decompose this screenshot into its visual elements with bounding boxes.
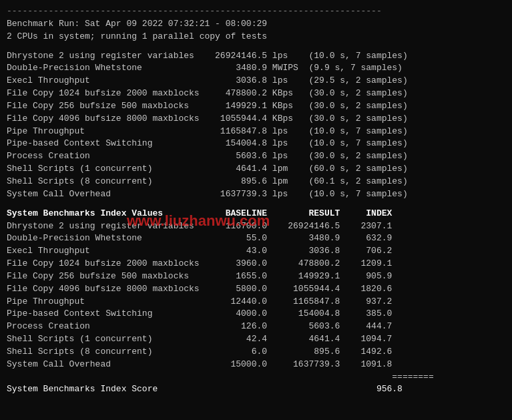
result-row: Double-Precision Whetstone 3480.9 MWIPS … (7, 62, 505, 75)
index-table-row: File Copy 4096 bufsize 8000 maxblocks 58… (7, 283, 505, 296)
index-table-row: Shell Scripts (1 concurrent) 42.4 4641.4… (7, 333, 505, 346)
index-table-row: Execl Throughput 43.0 3036.8 706.2 (7, 245, 505, 258)
benchmark-run-line: Benchmark Run: Sat Apr 09 2022 07:32:21 … (7, 18, 505, 31)
equals-separator: ======== (7, 371, 505, 384)
results-section: Dhrystone 2 using register variables 269… (7, 50, 505, 201)
benchmark-score-line: System Benchmarks Index Score 956.8 (7, 383, 505, 396)
index-table-row: Pipe Throughput 12440.0 1165847.8 937.2 (7, 296, 505, 308)
result-row: Execl Throughput 3036.8 lps (29.5 s, 2 s… (7, 75, 505, 87)
result-row: File Copy 4096 bufsize 8000 maxblocks 10… (7, 113, 505, 126)
result-row: Shell Scripts (8 concurrent) 895.6 lpm (… (7, 176, 505, 188)
result-row: Dhrystone 2 using register variables 269… (7, 50, 505, 63)
result-row: Pipe-based Context Switching 154004.8 lp… (7, 138, 505, 150)
index-table-row: Double-Precision Whetstone 55.0 3480.9 6… (7, 232, 505, 245)
index-table-row: System Call Overhead 15000.0 1637739.3 1… (7, 359, 505, 371)
result-row: Shell Scripts (1 concurrent) 4641.4 lpm … (7, 163, 505, 176)
separator-line: ----------------------------------------… (7, 5, 505, 18)
result-row: File Copy 256 bufsize 500 maxblocks 1499… (7, 100, 505, 113)
index-table-row: File Copy 256 bufsize 500 maxblocks 1655… (7, 270, 505, 283)
result-row: Pipe Throughput 1165847.8 lps (10.0 s, 7… (7, 126, 505, 138)
index-table-section: System Benchmarks Index Values BASELINE … (7, 208, 505, 397)
result-row: File Copy 1024 bufsize 2000 maxblocks 47… (7, 87, 505, 100)
terminal-window: ----------------------------------------… (7, 5, 505, 396)
index-table-header: System Benchmarks Index Values BASELINE … (7, 208, 505, 220)
cpu-info-line: 2 CPUs in system; running 1 parallel cop… (7, 31, 505, 43)
index-table-row: Shell Scripts (8 concurrent) 6.0 895.6 1… (7, 346, 505, 359)
result-row: Process Creation 5603.6 lps (30.0 s, 2 s… (7, 150, 505, 163)
result-row: System Call Overhead 1637739.3 lps (10.0… (7, 188, 505, 201)
index-table-row: Pipe-based Context Switching 4000.0 1540… (7, 308, 505, 321)
index-table-row: Dhrystone 2 using register variables 116… (7, 220, 505, 233)
index-table-row: Process Creation 126.0 5603.6 444.7 (7, 321, 505, 333)
index-table-row: File Copy 1024 bufsize 2000 maxblocks 39… (7, 258, 505, 270)
